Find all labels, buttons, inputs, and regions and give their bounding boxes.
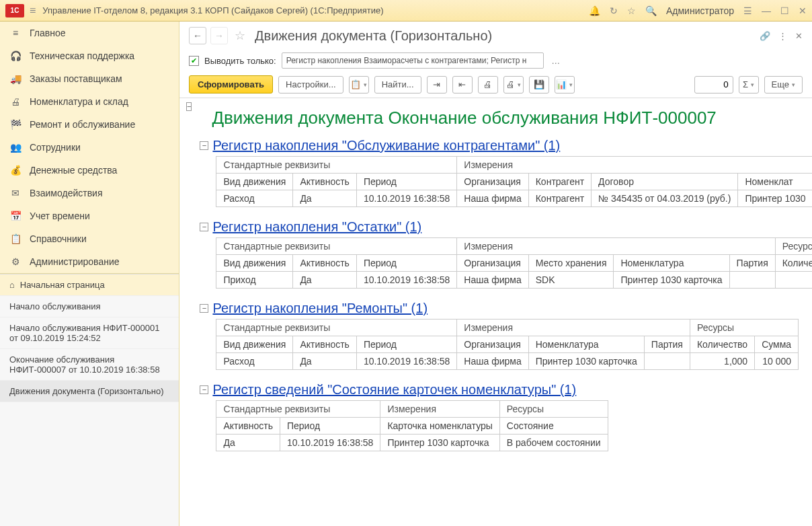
count-input[interactable]	[694, 76, 733, 93]
settings-lines-icon[interactable]: ☰	[743, 5, 752, 16]
gear-icon: ⚙	[9, 256, 22, 268]
filter-label: Выводить только:	[204, 56, 276, 66]
print-button[interactable]: 🖨	[478, 76, 498, 93]
content-header: ← → ☆ Движения документа (Горизонтально)…	[179, 22, 812, 50]
print-settings-button[interactable]: 🖨	[503, 76, 524, 93]
filter-select-button[interactable]: …	[549, 56, 563, 66]
menu-icon[interactable]: ≡	[30, 5, 36, 17]
doc-link[interactable]: Начало обслуживания	[0, 296, 179, 317]
truck-icon: 🚚	[9, 73, 22, 85]
sidebar-item-orders[interactable]: 🚚Заказы поставщикам	[0, 67, 179, 90]
doc-link[interactable]: Начало обслуживания НФИТ-000001 от 09.10…	[0, 317, 179, 349]
expand-tree-button[interactable]: ⇥	[427, 76, 447, 93]
logo-1c: 1C	[5, 4, 24, 17]
sidebar-item-money[interactable]: 💰Денежные средства	[0, 159, 179, 182]
sidebar-item-employees[interactable]: 👥Сотрудники	[0, 136, 179, 159]
save-button[interactable]: 💾	[529, 76, 549, 93]
report-table: Стандартные реквизитыИзмерения Вид движе…	[216, 156, 812, 207]
sidebar: ≡Главное 🎧Техническая поддержка 🚚Заказы …	[0, 22, 179, 526]
table-row[interactable]: Расход Да 10.10.2019 16:38:58 Наша фирма…	[216, 353, 799, 370]
filter-row: ✔ Выводить только: …	[179, 50, 812, 71]
collapse-tree-button[interactable]: ⇤	[452, 76, 473, 93]
favorite-icon[interactable]: ☆	[235, 28, 245, 43]
close-tab-icon[interactable]: ✕	[795, 31, 803, 41]
export-button[interactable]: 📊	[555, 76, 575, 93]
mail-icon: ✉	[9, 187, 22, 199]
titlebar-actions: 🔔 ↻ ☆ 🔍 Администратор ☰ — ☐ ✕	[589, 5, 807, 16]
list-icon: 📋	[9, 233, 22, 245]
generate-button[interactable]: Сформировать	[189, 75, 273, 93]
report-area[interactable]: − Движения документа Окончание обслужива…	[179, 98, 812, 526]
close-icon[interactable]: ✕	[799, 5, 807, 16]
link-icon[interactable]: 🔗	[760, 31, 770, 41]
table-row[interactable]: Расход Да 10.10.2019 16:38:58 Наша фирма…	[216, 190, 812, 207]
sidebar-item-support[interactable]: 🎧Техническая поддержка	[0, 44, 179, 67]
report-table: Стандартные реквизитыИзмеренияРесурсы Ак…	[216, 400, 608, 451]
back-button[interactable]: ←	[189, 27, 206, 44]
sidebar-item-admin[interactable]: ⚙Администрирование	[0, 250, 179, 273]
menu-icon: ≡	[9, 27, 22, 39]
toolbar: Сформировать Настройки... 📋 Найти... ⇥ ⇤…	[179, 71, 812, 98]
star-icon[interactable]: ☆	[627, 5, 636, 16]
money-icon: 💰	[9, 164, 22, 176]
report-section: − Регистр накопления "Ремонты" (1) Станд…	[200, 301, 812, 370]
minimize-icon[interactable]: —	[762, 5, 771, 16]
report-section: − Регистр сведений "Состояние карточек н…	[200, 382, 812, 451]
report-table: Стандартные реквизитыИзмеренияРесурсы Ви…	[216, 237, 812, 289]
user-label[interactable]: Администратор	[666, 5, 734, 16]
register-link[interactable]: Регистр накопления "Остатки" (1)	[212, 219, 421, 235]
sidebar-item-time[interactable]: 📅Учет времени	[0, 204, 179, 227]
more-button[interactable]: Еще	[764, 76, 803, 93]
doc-link[interactable]: Окончание обслуживания НФИТ-000007 от 10…	[0, 349, 179, 381]
sum-button[interactable]: Σ	[739, 76, 759, 93]
collapse-icon[interactable]: −	[200, 141, 208, 150]
report-table: Стандартные реквизитыИзмеренияРесурсы Ви…	[216, 319, 799, 370]
report-section: − Регистр накопления "Обслуживание контр…	[200, 138, 812, 207]
collapse-icon[interactable]: −	[200, 304, 208, 313]
titlebar: 1C ≡ Управление IT-отделом 8, редакция 3…	[0, 0, 812, 22]
collapse-icon[interactable]: −	[200, 385, 208, 394]
sidebar-item-repair[interactable]: 🏁Ремонт и обслуживание	[0, 113, 179, 136]
forward-button[interactable]: →	[210, 27, 228, 44]
filter-input[interactable]	[282, 52, 544, 69]
collapse-icon[interactable]: −	[186, 102, 192, 111]
home-page-link[interactable]: ⌂Начальная страница	[0, 274, 179, 296]
history-icon[interactable]: ↻	[610, 5, 618, 16]
filter-checkbox[interactable]: ✔	[189, 56, 199, 66]
register-link[interactable]: Регистр сведений "Состояние карточек ном…	[212, 382, 576, 398]
sidebar-item-interactions[interactable]: ✉Взаимодействия	[0, 182, 179, 204]
open-documents-list: ⌂Начальная страница Начало обслуживания …	[0, 274, 179, 526]
home-icon: ⌂	[9, 280, 15, 290]
register-link[interactable]: Регистр накопления "Ремонты" (1)	[212, 301, 428, 316]
search-icon[interactable]: 🔍	[645, 5, 657, 16]
calendar-icon: 📅	[9, 210, 22, 222]
settings-button[interactable]: Настройки...	[278, 76, 343, 93]
report-section: − Регистр накопления "Остатки" (1) Станд…	[200, 219, 812, 289]
sidebar-item-inventory[interactable]: 🖨Номенклатура и склад	[0, 90, 179, 113]
register-link[interactable]: Регистр накопления "Обслуживание контраг…	[212, 138, 560, 153]
page-title: Движения документа (Горизонтально)	[255, 28, 756, 44]
hamburger-toggle[interactable]: ≡Главное	[0, 22, 179, 44]
copy-button[interactable]: 📋	[349, 76, 369, 93]
more-vert-icon[interactable]: ⋮	[778, 31, 787, 41]
table-row[interactable]: Да 10.10.2019 16:38:58 Принтер 1030 карт…	[216, 435, 608, 451]
app-title: Управление IT-отделом 8, редакция 3.1 КО…	[42, 5, 589, 15]
people-icon: 👥	[9, 141, 22, 153]
flag-icon: 🏁	[9, 118, 22, 130]
content-area: ← → ☆ Движения документа (Горизонтально)…	[179, 22, 812, 526]
maximize-icon[interactable]: ☐	[780, 5, 789, 16]
collapse-icon[interactable]: −	[200, 223, 208, 231]
doc-link-active[interactable]: Движения документа (Горизонтально)	[0, 381, 179, 402]
sidebar-item-catalogs[interactable]: 📋Справочники	[0, 227, 179, 250]
find-button[interactable]: Найти...	[374, 76, 421, 93]
headset-icon: 🎧	[9, 50, 22, 62]
bell-icon[interactable]: 🔔	[589, 5, 600, 16]
report-title: Движения документа Окончание обслуживани…	[212, 108, 812, 128]
printer-icon: 🖨	[9, 96, 22, 108]
table-row[interactable]: Приход Да 10.10.2019 16:38:58 Наша фирма…	[216, 272, 812, 289]
